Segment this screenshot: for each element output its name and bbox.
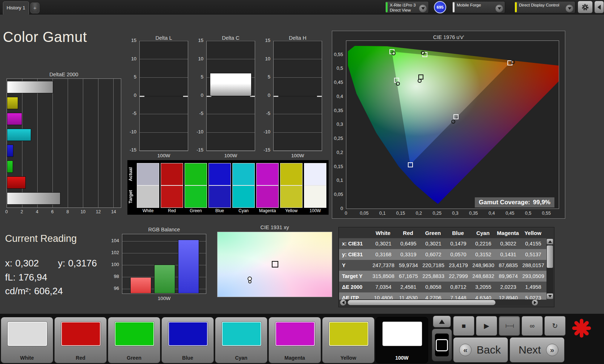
horizontal-scroll-thumb[interactable] bbox=[348, 300, 495, 305]
rgb-balance-ytick-label: 100 bbox=[107, 262, 119, 267]
patch-button-green[interactable]: Green bbox=[108, 317, 160, 363]
deltae2000-xtick-label: 6 bbox=[51, 209, 54, 214]
deltae2000-xtick-label: 4 bbox=[36, 209, 38, 214]
rgb-balance-ytick-label: 104 bbox=[107, 238, 119, 243]
table-cell: 2,4581 bbox=[396, 284, 421, 290]
delta_l-gridline bbox=[140, 77, 188, 78]
delta_c-ytick-label: 5 bbox=[193, 74, 203, 80]
delta_c-ytick-label: -15 bbox=[193, 147, 203, 153]
back-button[interactable]: « Back bbox=[453, 337, 508, 363]
table-cell: 0,0570 bbox=[446, 252, 471, 257]
target-swatch bbox=[304, 185, 326, 208]
measure-refresh-button[interactable]: ↻ bbox=[544, 316, 566, 336]
delta_l-ytick-label: -15 bbox=[126, 147, 136, 153]
next-button[interactable]: Next » bbox=[510, 337, 565, 363]
deltae2000-bar-green bbox=[7, 160, 13, 173]
new-tab-button[interactable]: + bbox=[30, 3, 39, 13]
cie1976-measured-magenta bbox=[451, 120, 455, 124]
delta-l-chart bbox=[139, 41, 188, 151]
patch-button-red[interactable]: Red bbox=[54, 317, 107, 363]
patch-control-bar: WhiteRedGreenBlueCyanMagentaYellow100W ■… bbox=[0, 314, 604, 364]
table-horizontal-scrollbar[interactable] bbox=[340, 299, 538, 306]
deltae2000-chart-title: DeltaE 2000 bbox=[7, 72, 121, 77]
patch-button-label: White bbox=[1, 355, 53, 361]
play-button[interactable]: ▶ bbox=[476, 316, 497, 336]
cie1976-ytick-label: 0,5 bbox=[327, 65, 343, 71]
patch-button-white[interactable]: White bbox=[1, 317, 53, 363]
delta_l-zero-tick bbox=[140, 96, 144, 97]
tab-history-1[interactable]: History 1 bbox=[3, 1, 29, 14]
patch-button-yellow[interactable]: Yellow bbox=[322, 317, 375, 363]
pattern-window-preview bbox=[435, 333, 449, 357]
results-table-column-magenta: Magenta bbox=[495, 230, 520, 236]
table-row: ΔE ITP10,480611,45304,27067,14484,634012… bbox=[339, 292, 546, 300]
table-cell: 0,3021 bbox=[421, 241, 446, 247]
delta-l-chart-title: Delta L bbox=[139, 35, 188, 41]
deltae2000-bar-cyan bbox=[7, 129, 31, 141]
patch-button-cyan[interactable]: Cyan bbox=[215, 317, 267, 363]
delta_c-ytick-label: 0 bbox=[193, 93, 203, 98]
patch-button-100w[interactable]: 100W bbox=[376, 317, 428, 363]
scroll-up-button[interactable] bbox=[546, 239, 553, 245]
collapse-panel-button[interactable] bbox=[594, 1, 604, 13]
cie1976-ytick-label: 0,25 bbox=[327, 136, 343, 141]
swatch-column-white: White bbox=[137, 160, 159, 215]
scroll-down-button[interactable] bbox=[546, 293, 553, 299]
target-swatch bbox=[161, 185, 183, 208]
workflow-selector-dropdown[interactable]: Mobile Forge bbox=[452, 1, 505, 13]
display-control-dropdown[interactable]: Direct Display Control bbox=[514, 1, 575, 13]
meter-selector-dropdown[interactable]: X-Rite i1Pro 3 Direct View bbox=[385, 1, 429, 13]
table-cell: 0,5137 bbox=[521, 252, 546, 257]
patch-button-blue[interactable]: Blue bbox=[161, 317, 214, 363]
patch-button-label: Magenta bbox=[269, 355, 321, 361]
settings-button[interactable] bbox=[578, 1, 593, 13]
calibration-app-window: History 1 + X-Rite i1Pro 3 Direct View 6… bbox=[0, 0, 604, 364]
table-cell: 293,0509 bbox=[521, 273, 546, 279]
measure-continuous-button[interactable]: ∞ bbox=[521, 316, 543, 336]
delta_l-ytick-label: -5 bbox=[126, 111, 136, 116]
table-cell: 0,3319 bbox=[396, 252, 421, 257]
scroll-left-button[interactable] bbox=[340, 299, 346, 306]
table-cell: 0,6495 bbox=[396, 241, 421, 247]
delta_l-gridline bbox=[140, 59, 188, 59]
rgb-balance-ytick-label: 98 bbox=[107, 274, 119, 279]
cie1931-target-marker bbox=[272, 261, 278, 267]
deltae2000-gridline bbox=[52, 79, 53, 207]
patch-button-magenta[interactable]: Magenta bbox=[269, 317, 321, 363]
cie1976-ytick-label: 0,3 bbox=[327, 121, 343, 127]
measure-single-button[interactable]: ⊢⊣ bbox=[499, 316, 520, 336]
deltae2000-bar-white bbox=[7, 192, 60, 205]
blackout-pattern-button[interactable] bbox=[432, 329, 452, 361]
chevron-down-icon[interactable] bbox=[419, 5, 427, 12]
table-row: Y247,737859,9734220,718523,4179248,96308… bbox=[339, 260, 546, 271]
delta-l-x-label: 100W bbox=[139, 153, 188, 158]
cie1976-xtick-label: 0,4 bbox=[489, 211, 495, 216]
patch-button-label: Yellow bbox=[322, 355, 374, 361]
table-cell: 0,8058 bbox=[421, 284, 446, 290]
table-cell: 7,0354 bbox=[371, 284, 396, 290]
cie1976-measured-cyan bbox=[396, 82, 400, 86]
cie1976-xtick-label: 0,1 bbox=[379, 211, 385, 216]
stop-button[interactable]: ■ bbox=[453, 316, 474, 336]
rgb-balance-ytick-label: 102 bbox=[107, 250, 119, 255]
table-cell: 23,4179 bbox=[446, 262, 471, 268]
table-cell: 288,0157 bbox=[521, 262, 546, 268]
cie1931-chart-title: CIE 1931 xy bbox=[217, 224, 332, 230]
chevron-left-icon bbox=[597, 5, 601, 10]
deltae2000-gridline bbox=[37, 79, 38, 207]
scroll-right-button[interactable] bbox=[532, 299, 538, 306]
results-table-column-yellow: Yellow bbox=[520, 230, 545, 236]
chevron-down-icon[interactable] bbox=[566, 5, 573, 12]
deltae2000-xtick-label: 14 bbox=[111, 209, 116, 214]
delta_h-ytick-label: -15 bbox=[259, 147, 270, 153]
chevron-down-icon[interactable] bbox=[495, 5, 503, 12]
deltae2000-xtick-label: 2 bbox=[21, 209, 23, 214]
patch-button-label: Cyan bbox=[215, 355, 267, 361]
delta_h-ytick-label: -10 bbox=[259, 129, 270, 134]
row-label: Y bbox=[339, 262, 371, 268]
vertical-scroll-thumb[interactable] bbox=[547, 245, 553, 268]
table-vertical-scrollbar[interactable] bbox=[546, 239, 553, 299]
arrow-up-icon bbox=[439, 320, 445, 324]
patch-window-up-button[interactable] bbox=[433, 316, 451, 327]
table-cell: 0,6072 bbox=[421, 252, 446, 257]
